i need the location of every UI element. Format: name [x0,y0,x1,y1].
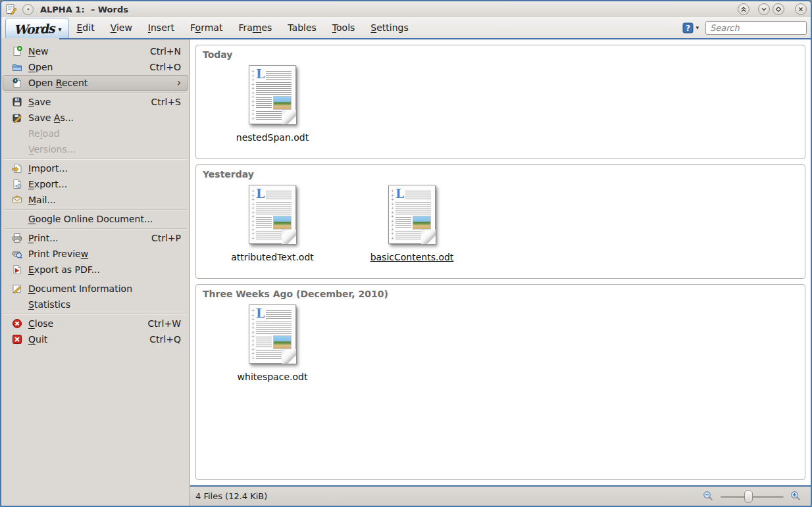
menu-item-shortcut: Ctrl+W [135,318,181,329]
menu-item-label: Quit [28,334,47,345]
menu-item-new[interactable]: New Ctrl+N [3,43,188,59]
file-item-label: attributedText.odt [231,252,314,262]
zoom-out-magnifier-icon[interactable] [703,491,714,502]
search-input[interactable] [705,21,807,35]
menu-item-label: Print... [28,233,59,243]
document-info-icon [11,283,23,294]
file-item-whitespace[interactable]: L whitespace.odt [203,304,342,382]
menu-item-label: Export as PDF... [28,264,100,275]
words-app-menu-button[interactable]: Words ▾ [5,18,69,38]
menu-item-print-preview[interactable]: Print Preview [3,246,188,262]
new-document-icon [11,46,23,57]
menu-separator [4,227,187,230]
document-thumbnail: L [249,65,296,124]
group-title: Three Weeks Ago (December, 2010) [203,289,798,299]
menu-item-shortcut: Ctrl+S [138,97,181,107]
menu-item-import[interactable]: Import... [3,160,188,176]
menu-item-label: Document Information [28,283,132,294]
menubar-item-settings[interactable]: Settings [363,20,416,36]
menu-item-label: Close [28,318,53,329]
svg-text:?: ? [686,24,690,33]
group-today: Today L nestedSpan.odt [195,45,805,159]
menu-item-quit[interactable]: Quit Ctrl+Q [3,331,188,347]
page-curl [421,229,436,244]
menu-item-mail[interactable]: Mail... [3,192,188,208]
menu-item-shortcut: Ctrl+Q [136,334,181,345]
menu-item-open-recent[interactable]: Open Recent › [3,75,188,91]
zoom-slider[interactable] [721,489,784,504]
menubar-item-insert[interactable]: Insert [140,20,182,36]
menu-item-close[interactable]: Close Ctrl+W [3,316,188,331]
zoom-slider-handle[interactable] [744,490,753,503]
page-curl [282,229,296,244]
submenu-arrow-icon: › [177,78,181,88]
file-item-basiccontents[interactable]: L basicContents.odt [342,185,482,262]
menu-item-label: Open [28,62,53,72]
dropdown-arrow-icon: ▾ [58,26,61,33]
keep-above-button[interactable] [738,3,749,15]
thumbnail-photo [273,335,292,349]
help-button[interactable]: ? ▾ [682,22,699,34]
menu-separator [4,91,187,94]
document-thumbnail: L [249,185,296,244]
menu-item-print[interactable]: Print... Ctrl+P [3,230,188,246]
save-icon [11,97,23,107]
file-item-nestedspan[interactable]: L nestedSpan.odt [203,65,342,143]
menu-separator [4,208,187,211]
menubar-item-view[interactable]: View [103,20,140,36]
diamond-icon [774,5,782,13]
menu-item-shortcut: Ctrl+P [138,233,181,243]
menu-item-save[interactable]: Save Ctrl+S [3,94,188,110]
window-menu-button[interactable] [22,4,34,15]
menu-item-save-as[interactable]: Save As... [3,110,188,126]
minimize-button[interactable] [758,3,770,15]
menu-item-document-information[interactable]: Document Information [3,281,188,297]
import-icon [11,163,23,174]
dropdown-arrow-icon: ▾ [696,24,699,31]
group-three-weeks-ago: Three Weeks Ago (December, 2010) L white… [195,284,805,480]
help-question-icon: ? [682,22,694,34]
menu-separator [4,278,187,281]
menu-item-label: Reload [28,128,60,139]
group-title: Yesterday [203,169,798,180]
menu-item-google-online-document[interactable]: Google Online Document... [3,211,188,227]
x-icon [797,5,805,13]
menu-item-reload: Reload [3,126,188,141]
titlebar[interactable]: ALPHA 1: – Words [1,1,811,17]
menu-item-label: Open Recent [28,78,88,88]
menubar-item-frames[interactable]: Frames [230,20,280,36]
menubar-item-format[interactable]: Format [182,20,230,36]
maximize-button[interactable] [773,3,784,15]
menu-item-open[interactable]: Open Ctrl+O [3,59,188,75]
document-thumbnail: L [249,304,296,364]
words-app-icon [5,3,17,15]
chevrons-up-icon [740,5,748,13]
mail-icon [11,195,23,205]
menu-item-shortcut: Ctrl+O [136,62,181,72]
file-item-attributedtext[interactable]: L attributedText.odt [203,185,342,262]
menubar-item-tools[interactable]: Tools [324,20,363,36]
menu-item-statistics[interactable]: Statistics [3,297,188,312]
menubar-item-edit[interactable]: Edit [69,20,103,36]
thumbnail-photo [413,216,431,229]
menu-item-export-as-pdf[interactable]: Export as PDF... [3,262,188,278]
export-pdf-icon [11,264,23,275]
statusbar: 4 Files (12.4 KiB) [190,485,811,506]
menu-separator [4,157,187,160]
open-folder-icon [11,62,23,72]
save-as-icon [11,112,23,123]
close-button[interactable] [795,3,807,15]
menu-item-shortcut: Ctrl+N [137,46,181,57]
menubar-item-tables[interactable]: Tables [280,20,324,36]
menu-item-label: Import... [28,163,68,174]
document-thumbnail: L [388,185,436,244]
menu-item-label: New [28,46,49,57]
menu-separator [4,312,187,316]
menu-item-label: Statistics [28,299,70,310]
file-item-label: whitespace.odt [238,372,308,382]
zoom-in-magnifier-icon[interactable] [790,491,801,502]
menu-item-export[interactable]: Export... [3,176,188,192]
file-count-label: 4 Files (12.4 KiB) [195,491,267,501]
file-menu-panel: New Ctrl+N Open Ctrl+O Open Recent › [1,39,190,506]
menu-item-label: Print Preview [28,249,88,259]
